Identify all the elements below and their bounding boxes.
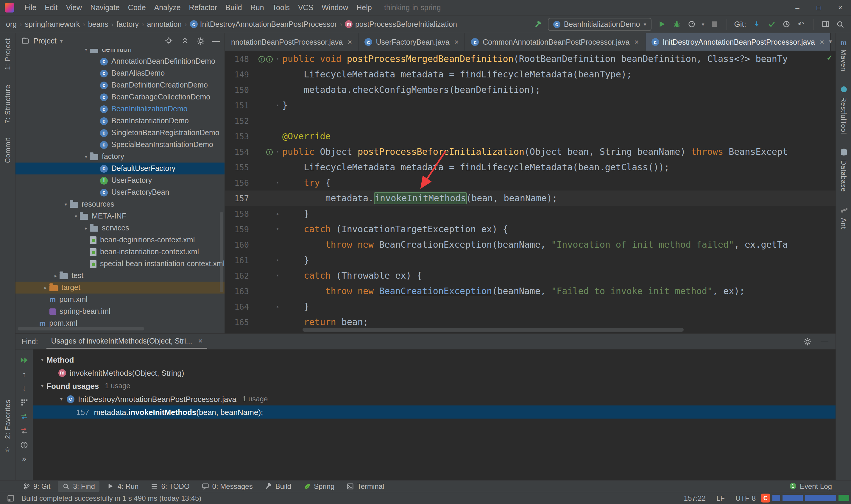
find-tree-row[interactable]: ▾cInitDestroyAnnotationBeanPostProcessor…	[33, 392, 835, 406]
maximize-button[interactable]: □	[808, 0, 830, 16]
navigate-with-single-click-button[interactable]	[19, 426, 29, 435]
sidebar-item-restfultool[interactable]: RestfulTool	[840, 86, 847, 134]
project-tree-item[interactable]: spring-bean.iml	[16, 305, 225, 317]
code-text[interactable]: }	[282, 252, 835, 268]
code-text[interactable]: public void postProcessMergedBeanDefinit…	[282, 51, 835, 67]
fold-marker[interactable]: ▴	[273, 98, 282, 113]
editor-tab[interactable]: cCommonAnnotationBeanPostProcessor.java×	[465, 33, 646, 51]
sidebar-item-maven[interactable]: mMaven	[840, 38, 847, 71]
project-tree-item[interactable]: iUserFactory	[16, 175, 225, 186]
tree-toggle-icon[interactable]: ▾	[82, 49, 90, 52]
line-number[interactable]: 159	[225, 221, 254, 237]
project-tree-item[interactable]: mpom.xml	[16, 293, 225, 305]
find-tree-row[interactable]: ▾Found usages1 usage	[33, 379, 835, 392]
run-button[interactable]	[657, 19, 666, 29]
menu-help[interactable]: Help	[352, 2, 376, 14]
minimize-button[interactable]: –	[787, 0, 808, 16]
menu-file[interactable]: File	[20, 2, 40, 14]
line-number[interactable]: 163	[225, 283, 254, 299]
project-tree-item[interactable]: cAnnotationBeanDefinitionDemo	[16, 55, 225, 67]
sidebar-item--structure[interactable]: 7: Structure	[4, 84, 11, 123]
fold-marker[interactable]: ▾	[273, 175, 282, 191]
toolwindow-button--git[interactable]: 9: Git	[18, 481, 55, 491]
hidden-tabs-chevron-icon[interactable]: ▾	[829, 38, 832, 44]
fold-marker[interactable]: ▴	[273, 206, 282, 221]
overriding-method-icon[interactable]: ↑	[258, 56, 265, 62]
autoscroll-to-source-button[interactable]	[19, 411, 29, 421]
toolwindow-button--find[interactable]: 3: Find	[57, 481, 99, 491]
line-number[interactable]: 157	[225, 191, 254, 206]
build-project-button[interactable]	[533, 19, 543, 29]
tree-toggle-icon[interactable]: ▸	[52, 273, 59, 278]
horizontal-scrollbar[interactable]	[303, 328, 684, 331]
sidebar-item-database[interactable]: Database	[840, 148, 847, 192]
stop-button[interactable]	[710, 19, 719, 29]
sidebar-item-ant[interactable]: Ant	[840, 206, 847, 229]
hide-panel-button[interactable]: —	[821, 337, 828, 346]
toolwindow-button--todo[interactable]: 6: TODO	[146, 481, 194, 491]
project-tree-item[interactable]: cBeanDefinitionCreationDemo	[16, 79, 225, 91]
overriding-method-icon[interactable]: ↑	[266, 148, 273, 155]
line-number[interactable]: 151	[225, 98, 254, 113]
editor-tab[interactable]: cInitDestroyAnnotationBeanPostProcessor.…	[646, 33, 831, 51]
project-tree-item[interactable]: cBeanInstantiationDemo	[16, 115, 225, 127]
line-number[interactable]: 148	[225, 51, 254, 67]
code-text[interactable]: }	[282, 206, 835, 221]
fold-marker[interactable]: ▾	[273, 144, 282, 160]
menu-vcs[interactable]: VCS	[294, 2, 318, 14]
breadcrumb-item[interactable]: beans	[88, 20, 108, 28]
git-commit-button[interactable]	[766, 19, 776, 29]
search-everywhere-button[interactable]	[835, 19, 845, 29]
project-tree-item[interactable]: cDefaultUserFactory	[16, 163, 225, 175]
tree-toggle-icon[interactable]: ▾	[38, 383, 47, 389]
close-icon[interactable]: ×	[454, 37, 459, 47]
tree-toggle-icon[interactable]: ▸	[82, 226, 90, 231]
project-tree-item[interactable]: bean-instantiation-context.xml	[16, 246, 225, 258]
run-config-select[interactable]: c BeanInitializationDemo ▾	[548, 18, 652, 31]
layout-icon[interactable]	[821, 19, 830, 29]
code-text[interactable]: try {	[282, 175, 835, 191]
project-tree-item[interactable]: ▾factory	[16, 151, 225, 163]
hide-panel-button[interactable]: —	[212, 36, 220, 45]
close-icon[interactable]: ×	[347, 37, 352, 47]
toolwindow-button--messages[interactable]: 0: Messages	[197, 481, 257, 491]
history-button[interactable]	[781, 19, 791, 29]
breadcrumb-item[interactable]: springframework	[25, 20, 80, 28]
vertical-scrollbar[interactable]	[220, 212, 223, 292]
breadcrumb-item[interactable]: factory	[116, 20, 139, 28]
project-tree-item[interactable]: special-bean-instantiation-context.xml	[16, 258, 225, 270]
line-number[interactable]: 150	[225, 82, 254, 98]
fold-marker[interactable]: ▴	[273, 299, 282, 314]
editor-tab[interactable]: cUserFactoryBean.java×	[359, 33, 465, 51]
previous-occurrence-button[interactable]: ↑	[22, 370, 26, 379]
code-text[interactable]: LifecycleMetadata metadata = findLifecyc…	[282, 160, 835, 175]
sidebar-item--project[interactable]: 1: Project	[4, 38, 11, 70]
code-text[interactable]: catch (Throwable ex) {	[282, 268, 835, 283]
breadcrumb-item[interactable]: org	[6, 20, 17, 28]
code-text[interactable]: @Override	[282, 129, 835, 144]
sidebar-item-commit[interactable]: Commit	[4, 138, 11, 163]
menu-edit[interactable]: Edit	[40, 2, 62, 14]
settings-gear-icon[interactable]	[196, 36, 205, 46]
menu-window[interactable]: Window	[318, 2, 352, 14]
line-number[interactable]: 149	[225, 67, 254, 82]
editor-tab[interactable]: nnotationBeanPostProcessor.java×	[225, 33, 359, 51]
project-tree-item[interactable]: cBeanGarbageCollectionDemo	[16, 91, 225, 103]
find-tree-row[interactable]: ▾Method	[33, 353, 835, 366]
project-tree-item[interactable]: bean-deginitions-context.xml	[16, 234, 225, 246]
fold-marker[interactable]: ▾	[273, 268, 282, 283]
line-number[interactable]: 153	[225, 129, 254, 144]
breadcrumb-item[interactable]: annotation	[147, 20, 182, 28]
find-results-tab[interactable]: Usages of invokeInitMethods(Object, Stri…	[47, 334, 207, 349]
collapse-all-button[interactable]	[180, 36, 189, 46]
line-number[interactable]: 158	[225, 206, 254, 221]
toolwindow-button-build[interactable]: Build	[260, 481, 296, 491]
usage-row[interactable]: 157metadata.invokeInitMethods(bean, bean…	[33, 406, 835, 418]
tree-toggle-icon[interactable]: ▾	[62, 201, 70, 207]
more-options-button[interactable]: »	[22, 454, 26, 463]
tree-toggle-icon[interactable]: ▾	[72, 213, 80, 219]
file-encoding[interactable]: UTF-8	[736, 494, 756, 503]
rollback-button[interactable]: ↶	[796, 19, 806, 29]
code-text[interactable]: LifecycleMetadata metadata = findLifecyc…	[282, 67, 835, 82]
chevron-down-icon[interactable]: ▾	[702, 21, 704, 27]
